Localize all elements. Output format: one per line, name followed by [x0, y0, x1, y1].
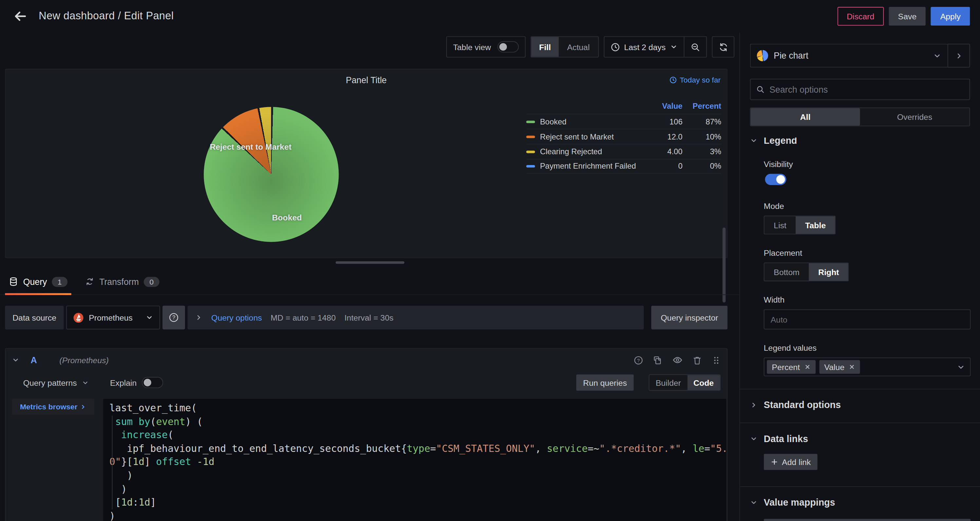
- visualization-picker[interactable]: Pie chart: [750, 44, 948, 68]
- help-icon: ?: [169, 312, 179, 323]
- series-color-swatch[interactable]: [526, 165, 535, 168]
- explain-toggle[interactable]: [142, 377, 163, 388]
- collapse-chevron-icon[interactable]: [12, 356, 19, 364]
- data-links-section-header[interactable]: Data links: [750, 433, 970, 444]
- series-color-swatch[interactable]: [526, 150, 535, 153]
- metrics-browser-button[interactable]: Metrics browser: [12, 399, 94, 415]
- save-button[interactable]: Save: [889, 7, 926, 25]
- legend-table-header: Value Percent: [526, 99, 721, 114]
- series-percent: 87%: [682, 117, 721, 126]
- tab-transform[interactable]: Transform 0: [81, 269, 163, 295]
- legend-section-header[interactable]: Legend: [750, 135, 970, 145]
- time-range-button[interactable]: Last 2 days: [604, 37, 684, 57]
- legend-mode-table[interactable]: Table: [795, 216, 835, 234]
- series-label[interactable]: Clearing Rejected: [540, 147, 641, 156]
- query-ref-id[interactable]: A: [31, 355, 37, 365]
- add-link-button[interactable]: Add link: [764, 454, 818, 470]
- series-color-swatch[interactable]: [526, 120, 535, 123]
- options-filter-tabs: All Overrides: [750, 107, 970, 126]
- table-view-toggle[interactable]: [497, 41, 519, 53]
- series-label[interactable]: Reject sent to Market: [540, 132, 641, 141]
- remove-chip-icon[interactable]: [849, 364, 855, 370]
- query-inspector-button[interactable]: Query inspector: [651, 306, 727, 330]
- zoom-out-time-button[interactable]: [684, 37, 706, 57]
- standard-options-section-header[interactable]: Standard options: [750, 400, 970, 410]
- panel-preview: Panel Title Today so far Reject sent to …: [5, 69, 727, 258]
- datasource-help-button[interactable]: ?: [162, 306, 185, 330]
- chevron-right-icon: [195, 314, 203, 321]
- pie-chart[interactable]: [204, 107, 339, 242]
- code-line: ): [109, 469, 721, 483]
- legend-column-value[interactable]: Value: [641, 102, 682, 111]
- legend-placement-segmented: Bottom Right: [764, 263, 849, 281]
- panel-time-badge-label: Today so far: [680, 76, 721, 84]
- drag-query-handle[interactable]: [712, 355, 721, 365]
- query-patterns-dropdown[interactable]: Query patterns: [23, 378, 89, 387]
- query-toolbar-row: Query patterns Explain Run queries Build…: [6, 371, 727, 394]
- toggle-visibility-button[interactable]: [673, 355, 683, 365]
- duplicate-query-button[interactable]: [653, 355, 663, 365]
- copy-icon: [653, 355, 663, 365]
- run-queries-button[interactable]: Run queries: [576, 374, 634, 391]
- fill-option[interactable]: Fill: [531, 37, 559, 57]
- series-value: 0: [641, 162, 682, 170]
- table-view-label: Table view: [447, 42, 496, 52]
- query-options-label[interactable]: Query options: [211, 313, 262, 322]
- series-label[interactable]: Payment Enrichment Failed: [540, 162, 641, 170]
- legend-row: Payment Enrichment Failed00%: [526, 159, 721, 174]
- top-bar-actions: Discard Save Apply: [837, 7, 970, 25]
- add-value-mappings-button[interactable]: Add value mappings: [764, 519, 971, 521]
- legend-placement-right[interactable]: Right: [809, 263, 848, 280]
- chevron-down-icon: [933, 51, 941, 60]
- promql-code-editor[interactable]: last_over_time( sum by(event) ( increase…: [103, 399, 726, 521]
- datasource-label: Data source: [5, 306, 64, 330]
- legend-column-percent[interactable]: Percent: [682, 102, 721, 111]
- value-mappings-section-header[interactable]: Value mappings: [750, 497, 970, 507]
- apply-button[interactable]: Apply: [931, 7, 970, 25]
- series-label[interactable]: Booked: [540, 117, 641, 126]
- remove-chip-icon[interactable]: [804, 364, 810, 370]
- panel-resize-handle[interactable]: [335, 261, 404, 264]
- back-button[interactable]: [10, 6, 30, 26]
- chevron-down-icon: [146, 314, 153, 321]
- actual-option[interactable]: Actual: [559, 37, 598, 57]
- time-range-label: Last 2 days: [624, 42, 666, 52]
- legend-placement-bottom[interactable]: Bottom: [764, 263, 809, 280]
- add-link-label: Add link: [782, 457, 811, 467]
- legend-width-input[interactable]: [764, 309, 971, 330]
- code-option[interactable]: Code: [687, 375, 720, 390]
- legend-visibility-toggle[interactable]: [765, 174, 786, 185]
- tab-overrides[interactable]: Overrides: [860, 108, 969, 126]
- top-bar: New dashboard / Edit Panel Discard Save …: [0, 0, 980, 32]
- refresh-button[interactable]: [712, 37, 734, 57]
- legend-values-select[interactable]: PercentValue: [764, 358, 971, 376]
- query-options-bar[interactable]: Query options MD = auto = 1480 Interval …: [188, 306, 644, 330]
- legend-row: Reject sent to Market12.010%: [526, 129, 721, 144]
- query-help-button[interactable]: ?: [634, 355, 643, 365]
- discard-button[interactable]: Discard: [837, 7, 883, 25]
- panel-title: Panel Title: [6, 75, 727, 85]
- mode-label: Mode: [764, 201, 970, 211]
- legend-mode-list[interactable]: List: [764, 216, 795, 234]
- transform-icon: [85, 277, 94, 287]
- query-editor-card: A (Prometheus) ? Query patterns: [5, 348, 727, 521]
- options-sidebar: Pie chart All Overrides Legend Vis: [739, 32, 980, 521]
- datasource-picker[interactable]: Prometheus: [67, 306, 160, 330]
- tab-all[interactable]: All: [751, 108, 860, 126]
- placement-label: Placement: [764, 248, 970, 258]
- code-line: [1d:1d]: [109, 496, 721, 510]
- panel-time-badge[interactable]: Today so far: [669, 76, 721, 84]
- options-search-input[interactable]: [770, 84, 964, 95]
- code-line: sum by(event) (: [109, 416, 721, 429]
- delete-query-button[interactable]: [692, 355, 702, 365]
- editor-tabs: Query 1 Transform 0: [0, 269, 739, 295]
- transform-count-badge: 0: [144, 277, 159, 287]
- tab-query[interactable]: Query 1: [5, 269, 71, 295]
- toggle-options-pane-button[interactable]: [948, 44, 970, 68]
- page-title: New dashboard / Edit Panel: [39, 10, 173, 22]
- builder-option[interactable]: Builder: [649, 375, 687, 390]
- query-action-icons: ?: [634, 355, 721, 365]
- series-color-swatch[interactable]: [526, 135, 535, 138]
- explain-control: Explain: [110, 377, 169, 388]
- chevron-down-icon: [750, 435, 758, 442]
